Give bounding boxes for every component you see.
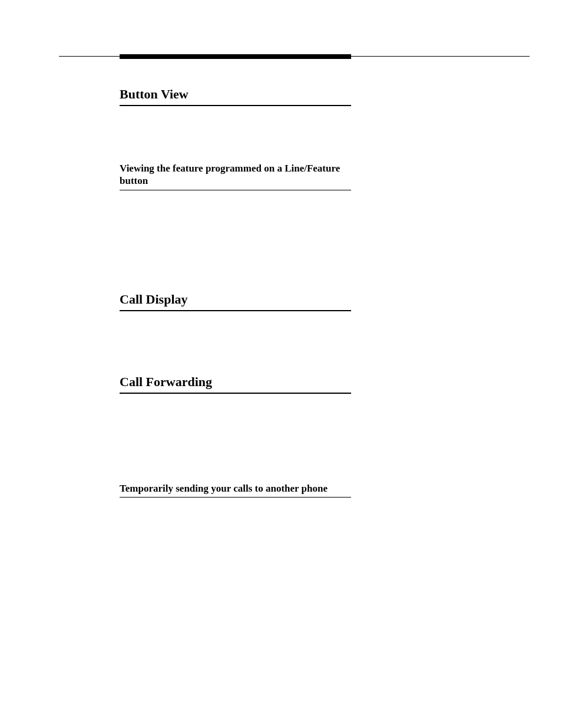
sub-heading-temporarily-sending: Temporarily sending your calls to anothe… bbox=[120, 482, 351, 498]
section-heading-call-forwarding: Call Forwarding bbox=[120, 375, 351, 394]
section-heading-button-view: Button View bbox=[120, 87, 351, 106]
page-header-rule-thick bbox=[120, 54, 351, 59]
sub-heading-viewing-feature: Viewing the feature programmed on a Line… bbox=[120, 162, 351, 190]
section-heading-call-display: Call Display bbox=[120, 292, 351, 311]
